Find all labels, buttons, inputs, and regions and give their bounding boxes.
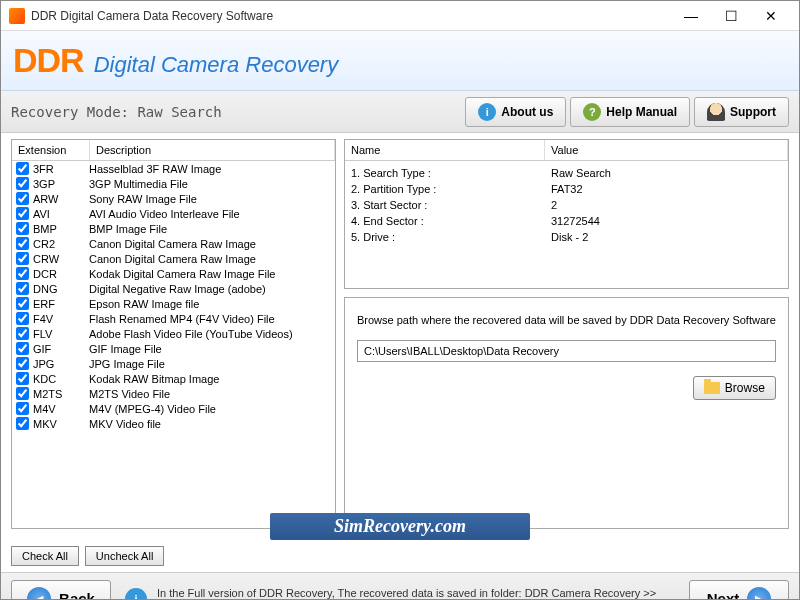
- extension-row[interactable]: ARWSony RAW Image File: [12, 191, 335, 206]
- extension-desc: Flash Renamed MP4 (F4V Video) File: [89, 313, 275, 325]
- extension-checkbox[interactable]: [16, 342, 29, 355]
- next-arrow-icon: ►: [747, 587, 771, 601]
- extension-desc: Canon Digital Camera Raw Image: [89, 238, 256, 250]
- window-title: DDR Digital Camera Data Recovery Softwar…: [31, 9, 671, 23]
- extension-checkbox[interactable]: [16, 267, 29, 280]
- info-icon: i: [125, 588, 147, 601]
- back-button[interactable]: ◄ Back: [11, 580, 111, 601]
- extension-row[interactable]: 3FRHasselblad 3F RAW Image: [12, 161, 335, 176]
- extension-desc: Epson RAW Image file: [89, 298, 199, 310]
- extension-row[interactable]: F4VFlash Renamed MP4 (F4V Video) File: [12, 311, 335, 326]
- next-button[interactable]: Next ►: [689, 580, 789, 601]
- info-value: Disk - 2: [551, 231, 588, 243]
- support-button[interactable]: Support: [694, 97, 789, 127]
- extension-desc: M2TS Video File: [89, 388, 170, 400]
- app-header: DDR Digital Camera Recovery: [1, 31, 799, 91]
- extension-checkbox[interactable]: [16, 252, 29, 265]
- help-button[interactable]: ? Help Manual: [570, 97, 690, 127]
- info-panel: Name Value 1. Search Type :Raw Search2. …: [344, 139, 789, 289]
- info-name: 1. Search Type :: [351, 167, 551, 179]
- uncheck-all-button[interactable]: Uncheck All: [85, 546, 164, 566]
- logo: DDR Digital Camera Recovery: [13, 41, 338, 80]
- extension-desc: GIF Image File: [89, 343, 162, 355]
- about-button[interactable]: i About us: [465, 97, 566, 127]
- extension-code: MKV: [33, 418, 89, 430]
- extension-row[interactable]: JPGJPG Image File: [12, 356, 335, 371]
- extension-row[interactable]: AVIAVI Audio Video Interleave File: [12, 206, 335, 221]
- extension-checkbox[interactable]: [16, 327, 29, 340]
- extension-checkbox[interactable]: [16, 237, 29, 250]
- extension-row[interactable]: 3GP3GP Multimedia File: [12, 176, 335, 191]
- extension-desc: Digital Negative Raw Image (adobe): [89, 283, 266, 295]
- path-input[interactable]: [357, 340, 776, 362]
- close-button[interactable]: ✕: [751, 2, 791, 30]
- info-list: 1. Search Type :Raw Search2. Partition T…: [345, 161, 788, 249]
- extension-checkbox[interactable]: [16, 312, 29, 325]
- help-icon: ?: [583, 103, 601, 121]
- extension-row[interactable]: BMPBMP Image File: [12, 221, 335, 236]
- extension-code: M4V: [33, 403, 89, 415]
- minimize-button[interactable]: —: [671, 2, 711, 30]
- recovery-mode-label: Recovery Mode: Raw Search: [11, 104, 461, 120]
- info-value: FAT32: [551, 183, 583, 195]
- extension-header: Extension Description: [12, 140, 335, 161]
- extension-desc: JPG Image File: [89, 358, 165, 370]
- extension-checkbox[interactable]: [16, 357, 29, 370]
- extension-desc: Kodak Digital Camera Raw Image File: [89, 268, 275, 280]
- check-all-button[interactable]: Check All: [11, 546, 79, 566]
- extension-desc: Sony RAW Image File: [89, 193, 197, 205]
- extension-row[interactable]: KDCKodak RAW Bitmap Image: [12, 371, 335, 386]
- extension-row[interactable]: M2TSM2TS Video File: [12, 386, 335, 401]
- info-name: 2. Partition Type :: [351, 183, 551, 195]
- extension-desc: Canon Digital Camera Raw Image: [89, 253, 256, 265]
- extension-row[interactable]: CRWCanon Digital Camera Raw Image: [12, 251, 335, 266]
- extension-row[interactable]: GIFGIF Image File: [12, 341, 335, 356]
- col-description[interactable]: Description: [90, 140, 335, 160]
- extension-checkbox[interactable]: [16, 372, 29, 385]
- col-value[interactable]: Value: [545, 140, 788, 160]
- extension-code: BMP: [33, 223, 89, 235]
- extension-checkbox[interactable]: [16, 177, 29, 190]
- extension-code: DNG: [33, 283, 89, 295]
- extension-code: CRW: [33, 253, 89, 265]
- extension-checkbox[interactable]: [16, 387, 29, 400]
- extension-checkbox[interactable]: [16, 282, 29, 295]
- extension-checkbox[interactable]: [16, 402, 29, 415]
- extension-row[interactable]: CR2Canon Digital Camera Raw Image: [12, 236, 335, 251]
- extension-code: JPG: [33, 358, 89, 370]
- content-area: Extension Description 3FRHasselblad 3F R…: [1, 133, 799, 533]
- info-row: 3. Start Sector :2: [345, 197, 788, 213]
- extension-desc: 3GP Multimedia File: [89, 178, 188, 190]
- right-panel: Name Value 1. Search Type :Raw Search2. …: [344, 139, 789, 529]
- extension-row[interactable]: FLVAdobe Flash Video File (YouTube Video…: [12, 326, 335, 341]
- extension-row[interactable]: M4VM4V (MPEG-4) Video File: [12, 401, 335, 416]
- back-arrow-icon: ◄: [27, 587, 51, 601]
- info-value: 31272544: [551, 215, 600, 227]
- info-value: Raw Search: [551, 167, 611, 179]
- extension-code: GIF: [33, 343, 89, 355]
- extension-checkbox[interactable]: [16, 297, 29, 310]
- info-row: 5. Drive :Disk - 2: [345, 229, 788, 245]
- info-row: 4. End Sector :31272544: [345, 213, 788, 229]
- info-icon: i: [478, 103, 496, 121]
- extension-code: 3FR: [33, 163, 89, 175]
- check-buttons: Check All Uncheck All: [1, 546, 799, 572]
- extension-row[interactable]: DNGDigital Negative Raw Image (adobe): [12, 281, 335, 296]
- extension-row[interactable]: ERFEpson RAW Image file: [12, 296, 335, 311]
- browse-button[interactable]: Browse: [693, 376, 776, 400]
- col-extension[interactable]: Extension: [12, 140, 90, 160]
- extension-checkbox[interactable]: [16, 207, 29, 220]
- extension-code: FLV: [33, 328, 89, 340]
- extension-row[interactable]: MKVMKV Video file: [12, 416, 335, 431]
- extension-list[interactable]: 3FRHasselblad 3F RAW Image3GP3GP Multime…: [12, 161, 335, 495]
- extension-row[interactable]: DCRKodak Digital Camera Raw Image File: [12, 266, 335, 281]
- info-value: 2: [551, 199, 557, 211]
- extension-code: F4V: [33, 313, 89, 325]
- extension-checkbox[interactable]: [16, 222, 29, 235]
- extension-checkbox[interactable]: [16, 417, 29, 430]
- extension-checkbox[interactable]: [16, 192, 29, 205]
- maximize-button[interactable]: ☐: [711, 2, 751, 30]
- support-icon: [707, 103, 725, 121]
- col-name[interactable]: Name: [345, 140, 545, 160]
- extension-checkbox[interactable]: [16, 162, 29, 175]
